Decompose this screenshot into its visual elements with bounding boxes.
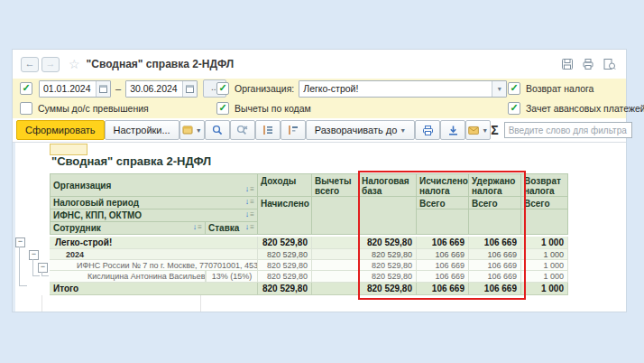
row-ifns-refund[interactable]: 1 000: [521, 260, 568, 271]
row-ifns-base[interactable]: 820 529,80: [359, 260, 417, 271]
header-calculated-total[interactable]: Всего: [417, 197, 469, 209]
search-cancel-icon: [236, 125, 248, 135]
row-employee-base[interactable]: 820 529,80: [359, 271, 417, 283]
header-tax-base[interactable]: Налоговая база: [359, 173, 417, 197]
sort-icon[interactable]: ↓≡: [193, 223, 202, 231]
preview-search-icon[interactable]: [603, 58, 616, 70]
row-employee-deductions[interactable]: [312, 271, 359, 283]
row-total-base[interactable]: 820 529,80: [359, 283, 417, 295]
print-icon[interactable]: [582, 58, 594, 70]
header-deductions-total[interactable]: Вычеты всего: [312, 173, 359, 197]
header-organization[interactable]: Организация↓≡: [50, 173, 258, 197]
header-ifns[interactable]: ИФНС, КПП, ОКТМО↓≡: [50, 209, 258, 222]
organization-input[interactable]: [299, 81, 492, 97]
expand-to-button[interactable]: Разворачивать до▼: [306, 120, 416, 140]
settings-button[interactable]: Настройки...: [105, 120, 179, 140]
row-total-calculated[interactable]: 106 669: [417, 283, 469, 295]
collapse-groups-button[interactable]: [255, 120, 281, 140]
report-variants-button[interactable]: ▼: [179, 120, 205, 140]
header-accrued[interactable]: Начислено: [258, 197, 312, 235]
organization-checkbox[interactable]: ✓: [216, 82, 229, 95]
header-withheld-total[interactable]: Всего: [469, 197, 521, 209]
advance-offset-checkbox[interactable]: ✓: [508, 102, 520, 115]
date-from-input[interactable]: [40, 81, 96, 97]
row-employee-withheld[interactable]: 106 669: [469, 271, 521, 283]
clear-search-button[interactable]: [230, 120, 255, 140]
header-empty-cell[interactable]: [417, 209, 469, 235]
quick-filter-input[interactable]: [504, 122, 632, 138]
header-calculated-tax[interactable]: Исчислено налога: [417, 173, 469, 197]
sort-icon[interactable]: ↓≡: [245, 223, 254, 231]
report-spreadsheet: − − − "Сводная" справка 2-НДФЛ Организац…: [13, 143, 626, 312]
sums-over-checkbox[interactable]: ✓: [20, 102, 32, 115]
row-org-calculated[interactable]: 106 669: [417, 237, 469, 249]
sort-icon[interactable]: ↓≡: [245, 210, 254, 219]
collapse-group-level1-icon[interactable]: −: [15, 237, 25, 247]
row-employee-rate[interactable]: 13% (15%): [206, 271, 258, 283]
tax-refund-checkbox[interactable]: ✓: [508, 82, 520, 95]
row-year-income[interactable]: 820 529,80: [258, 249, 312, 260]
expand-groups-icon: [288, 125, 299, 135]
row-year-base[interactable]: 820 529,80: [359, 249, 417, 260]
header-empty-cell[interactable]: [359, 197, 417, 235]
row-total-income[interactable]: 820 529,80: [258, 283, 312, 295]
generate-button[interactable]: Сформировать: [16, 120, 105, 140]
forward-button[interactable]: →: [41, 57, 60, 72]
header-employee[interactable]: Сотрудник↓≡: [50, 222, 206, 235]
expand-groups-button[interactable]: [281, 120, 306, 140]
header-income[interactable]: Доходы: [258, 173, 312, 197]
row-total-label[interactable]: Итого: [50, 283, 258, 295]
search-button[interactable]: [205, 120, 230, 140]
period-checkbox[interactable]: ✓: [20, 82, 32, 95]
sum-sigma-icon[interactable]: Σ: [491, 123, 498, 137]
row-year-calculated[interactable]: 106 669: [417, 249, 469, 260]
row-year-refund[interactable]: 1 000: [521, 249, 568, 260]
row-org-label[interactable]: Легко-строй!: [50, 237, 258, 249]
row-ifns-deductions[interactable]: [312, 260, 359, 271]
header-empty-cell[interactable]: [469, 209, 521, 235]
back-button[interactable]: ←: [21, 57, 39, 72]
header-empty-cell[interactable]: [521, 209, 568, 235]
download-icon: [447, 125, 459, 136]
row-employee-income[interactable]: 820 529,80: [258, 271, 312, 283]
header-tax-period[interactable]: Налоговый период↓≡: [50, 197, 258, 209]
row-ifns-label[interactable]: ИФНС России № 7 по г. Москве, 770701001,…: [50, 260, 258, 271]
sort-icon[interactable]: ↓≡: [245, 185, 254, 193]
row-ifns-calculated[interactable]: 106 669: [417, 260, 469, 271]
row-employee-refund[interactable]: 1 000: [521, 271, 568, 283]
row-org-withheld[interactable]: 106 669: [469, 237, 521, 249]
row-org-refund[interactable]: 1 000: [521, 237, 568, 249]
collapse-group-level2-icon[interactable]: −: [29, 250, 39, 260]
row-year-label[interactable]: 2024: [50, 249, 258, 260]
row-total-deductions[interactable]: [312, 283, 359, 295]
row-total-withheld[interactable]: 106 669: [469, 283, 521, 295]
save-file-button[interactable]: [440, 120, 465, 140]
header-refund-total[interactable]: Всего: [521, 197, 568, 209]
header-withheld-tax[interactable]: Удержано налога: [469, 173, 521, 197]
header-empty-cell[interactable]: [312, 197, 359, 235]
sort-icon[interactable]: ↓≡: [245, 198, 254, 206]
row-ifns-income[interactable]: 820 529,80: [258, 260, 312, 271]
row-ifns-withheld[interactable]: 106 669: [469, 260, 521, 271]
calendar-icon[interactable]: [182, 81, 197, 97]
date-to-input[interactable]: [126, 81, 182, 97]
row-total-refund[interactable]: 1 000: [521, 283, 568, 295]
row-employee-label[interactable]: Кислицина Антонина Васильевна: [50, 271, 206, 283]
header-rate[interactable]: Ставка↓≡: [206, 222, 258, 235]
row-org-income[interactable]: 820 529,80: [258, 237, 312, 249]
collapse-group-level3-icon[interactable]: −: [38, 263, 48, 273]
send-mail-button[interactable]: ▼: [465, 120, 491, 140]
row-org-base[interactable]: 820 529,80: [359, 237, 417, 249]
header-tax-refund[interactable]: Возврат налога: [521, 173, 568, 197]
row-org-deductions[interactable]: [312, 237, 359, 249]
row-employee-calculated[interactable]: 106 669: [417, 271, 469, 283]
print-button[interactable]: [415, 120, 440, 140]
chevron-down-icon[interactable]: ▾: [492, 81, 506, 97]
calendar-icon[interactable]: [96, 81, 110, 97]
row-year-withheld[interactable]: 106 669: [469, 249, 521, 260]
save-icon[interactable]: [561, 58, 574, 70]
forward-arrow-icon: →: [46, 58, 56, 69]
row-year-deductions[interactable]: [312, 249, 359, 260]
deduction-codes-checkbox[interactable]: ✓: [216, 102, 229, 115]
favorite-star-icon[interactable]: ☆: [69, 57, 80, 71]
